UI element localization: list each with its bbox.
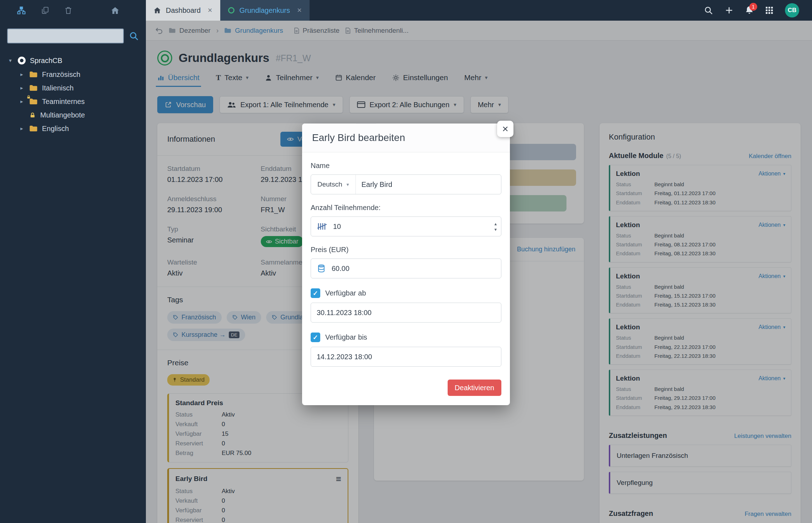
- tab-dashboard[interactable]: Dashboard ×: [146, 0, 220, 21]
- verfuegbar-bis-label: Verfügbar bis: [325, 333, 367, 341]
- verfuegbar-bis-checkbox[interactable]: ✓: [311, 333, 320, 342]
- preis-input[interactable]: [326, 265, 501, 273]
- sidebar: ▾ SprachCB ▸ Französisch ▸ Italienisch ▸: [0, 21, 146, 523]
- search-icon[interactable]: [704, 6, 713, 15]
- early-bird-edit-modal: × Early Bird bearbeiten Name Deutsch ▾ A…: [302, 124, 510, 405]
- tab-grundlagenkurs[interactable]: Grundlagenkurs ×: [220, 0, 310, 21]
- coins-icon: [311, 264, 326, 273]
- verfuegbar-bis-input[interactable]: [311, 353, 501, 361]
- chevron-right-icon[interactable]: ▸: [19, 85, 25, 91]
- anzahl-label: Anzahl Teilnehmende:: [311, 204, 501, 212]
- tree-item-multiangebote[interactable]: Multiangebote: [7, 108, 139, 122]
- language-value: Deutsch: [317, 181, 342, 188]
- course-icon: [228, 7, 234, 14]
- tab-label: Dashboard: [166, 6, 201, 15]
- avatar[interactable]: CB: [785, 3, 799, 17]
- folder-icon: [29, 71, 38, 78]
- preis-input-group: [311, 258, 501, 278]
- organization-icon: [18, 57, 26, 64]
- anzahl-input-group: ▴ ▾: [311, 216, 501, 236]
- language-selector[interactable]: Deutsch ▾: [311, 175, 356, 194]
- sitemap-icon[interactable]: [17, 6, 26, 15]
- chevron-down-icon[interactable]: ▾: [7, 57, 14, 64]
- tree-root-sprachcb[interactable]: ▾ SprachCB: [7, 53, 139, 68]
- copy-icon[interactable]: [41, 6, 49, 14]
- home-icon: [154, 7, 161, 14]
- tab-label: Grundlagenkurs: [239, 6, 290, 15]
- tree-label: SprachCB: [30, 57, 62, 65]
- topbar-tool-icons: [0, 0, 146, 21]
- number-stepper[interactable]: ▴ ▾: [494, 221, 501, 232]
- top-bar: Dashboard × Grundlagenkurs × 1 CB: [0, 0, 812, 21]
- search-input[interactable]: [7, 28, 124, 43]
- home-icon[interactable]: [111, 7, 119, 14]
- trash-icon[interactable]: [65, 6, 72, 14]
- tree-item-englisch[interactable]: ▸ Englisch: [7, 122, 139, 135]
- course-tree: ▾ SprachCB ▸ Französisch ▸ Italienisch ▸: [7, 53, 139, 135]
- tree-label: Französisch: [42, 70, 80, 79]
- tree-item-teaminternes[interactable]: ▸ Teaminternes: [7, 95, 139, 108]
- tree-item-franzoesisch[interactable]: ▸ Französisch: [7, 68, 139, 81]
- search-icon[interactable]: [129, 31, 139, 41]
- chevron-right-icon[interactable]: ▸: [19, 98, 25, 105]
- verfuegbar-ab-checkbox[interactable]: ✓: [311, 288, 320, 298]
- apps-grid-icon[interactable]: [765, 6, 774, 15]
- notification-badge: 1: [749, 3, 757, 11]
- chevron-up-icon[interactable]: ▴: [494, 221, 497, 226]
- preis-label: Preis (EUR): [311, 246, 501, 254]
- chevron-down-icon[interactable]: ▾: [494, 227, 497, 232]
- folder-icon: [29, 125, 38, 132]
- name-input-group: Deutsch ▾: [311, 174, 501, 194]
- tree-label: Teaminternes: [42, 98, 85, 106]
- lock-icon: [26, 95, 31, 99]
- tree-label: Italienisch: [42, 84, 74, 92]
- anzahl-input[interactable]: [327, 223, 494, 231]
- verfuegbar-ab-group: [311, 303, 501, 323]
- topbar-tabs: Dashboard × Grundlagenkurs ×: [146, 0, 310, 21]
- tree-label: Multiangebote: [40, 111, 85, 119]
- locked-folder-icon: [29, 98, 38, 105]
- topbar-actions: 1 CB: [704, 0, 812, 21]
- tree-label: Englisch: [42, 125, 69, 133]
- verfuegbar-bis-group: [311, 347, 501, 367]
- notifications-button[interactable]: 1: [745, 6, 754, 15]
- plus-icon[interactable]: [724, 6, 734, 15]
- close-icon[interactable]: ×: [206, 6, 212, 15]
- chevron-down-icon: ▾: [347, 182, 349, 187]
- close-icon[interactable]: ×: [497, 121, 513, 137]
- name-label: Name: [311, 162, 501, 170]
- modal-title: Early Bird bearbeiten: [312, 132, 500, 143]
- folder-icon: [29, 84, 38, 91]
- chevron-right-icon[interactable]: ▸: [19, 125, 25, 132]
- check-icon: ✓: [313, 289, 318, 297]
- verfuegbar-ab-label: Verfügbar ab: [325, 289, 366, 297]
- tree-item-italienisch[interactable]: ▸ Italienisch: [7, 81, 139, 95]
- verfuegbar-ab-input[interactable]: [311, 309, 501, 317]
- name-input[interactable]: [356, 181, 501, 189]
- tally-icon: [311, 222, 327, 231]
- sidebar-search: [7, 28, 139, 43]
- deactivate-button[interactable]: Deaktivieren: [448, 380, 501, 396]
- lock-icon: [29, 112, 36, 119]
- check-icon: ✓: [313, 334, 318, 341]
- chevron-right-icon[interactable]: ▸: [19, 71, 25, 78]
- close-icon[interactable]: ×: [295, 6, 302, 15]
